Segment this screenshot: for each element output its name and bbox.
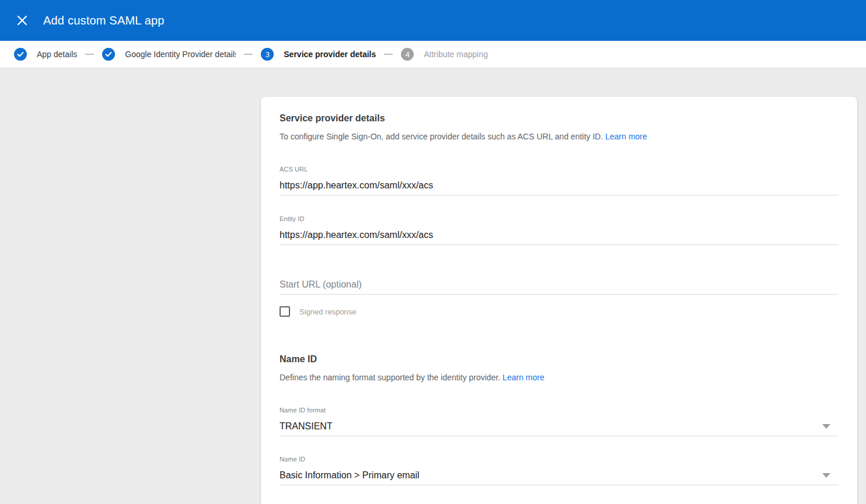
dropdown-arrow-icon: [822, 424, 830, 429]
step-label: App details: [37, 50, 77, 59]
signed-response-label: Signed response: [299, 307, 357, 316]
step-attribute-mapping[interactable]: 4 Attribute mapping: [401, 48, 488, 61]
entity-id-input[interactable]: https://app.heartex.com/saml/xxx/acs: [280, 229, 839, 245]
step-3-number-badge: 3: [261, 48, 274, 61]
name-id-select[interactable]: Name ID Basic Information > Primary emai…: [280, 456, 839, 485]
acs-url-label: ACS URL: [280, 166, 839, 173]
dialog-title: Add custom SAML app: [43, 14, 165, 27]
start-url-input[interactable]: Start URL (optional): [280, 279, 839, 295]
entity-id-label: Entity ID: [280, 215, 839, 222]
step-service-provider-details[interactable]: 3 Service provider details: [261, 48, 376, 61]
name-id-format-value-row[interactable]: TRANSIENT: [280, 421, 839, 436]
learn-more-link[interactable]: Learn more: [502, 373, 544, 382]
step-1-complete-badge: [14, 48, 27, 61]
signed-response-row[interactable]: Signed response: [280, 306, 839, 317]
step-app-details[interactable]: App details: [14, 48, 77, 61]
section-title: Service provider details: [280, 113, 839, 124]
step-connector: [244, 54, 253, 55]
name-id-format-select[interactable]: Name ID format TRANSIENT: [280, 407, 839, 436]
description-text: To configure Single Sign-On, add service…: [280, 132, 603, 141]
entity-id-value: https://app.heartex.com/saml/xxx/acs: [280, 229, 433, 240]
service-provider-details-card: Service provider details To configure Si…: [261, 97, 857, 504]
close-button[interactable]: [14, 12, 30, 29]
step-connector: [85, 54, 94, 55]
step-label: Attribute mapping: [424, 50, 488, 59]
step-4-number-badge: 4: [401, 48, 414, 61]
name-id-format-value: TRANSIENT: [280, 421, 333, 432]
step-number: 4: [406, 51, 410, 58]
signed-response-checkbox[interactable]: [280, 306, 290, 317]
start-url-placeholder: Start URL (optional): [280, 279, 362, 290]
dropdown-arrow-icon: [822, 473, 830, 478]
step-label: Service provider details: [284, 50, 376, 59]
entity-id-field: Entity ID https://app.heartex.com/saml/x…: [280, 215, 839, 245]
name-id-label: Name ID: [280, 456, 839, 463]
section-description: To configure Single Sign-On, add service…: [280, 132, 839, 141]
step-label: Google Identity Provider details: [125, 50, 236, 59]
acs-url-field: ACS URL https://app.heartex.com/saml/xxx…: [280, 166, 839, 195]
name-id-value: Basic Information > Primary email: [280, 470, 420, 481]
learn-more-link[interactable]: Learn more: [605, 132, 647, 141]
step-2-complete-badge: [102, 48, 115, 61]
name-id-section-description: Defines the naming format supported by t…: [280, 373, 839, 382]
dialog-header: Add custom SAML app: [0, 0, 866, 41]
step-google-idp-details[interactable]: Google Identity Provider details: [102, 48, 236, 61]
start-url-field: Start URL (optional): [280, 279, 839, 295]
step-number: 3: [266, 51, 270, 58]
content-area: Service provider details To configure Si…: [0, 68, 866, 504]
name-id-format-label: Name ID format: [280, 407, 839, 414]
name-id-section-title: Name ID: [280, 354, 839, 365]
stepper: App details Google Identity Provider det…: [0, 41, 866, 68]
acs-url-input[interactable]: https://app.heartex.com/saml/xxx/acs: [280, 180, 839, 195]
description-text: Defines the naming format supported by t…: [280, 373, 500, 382]
name-id-value-row[interactable]: Basic Information > Primary email: [280, 470, 839, 485]
check-icon: [105, 51, 112, 58]
close-icon: [17, 15, 27, 26]
step-connector: [384, 54, 393, 55]
acs-url-value: https://app.heartex.com/saml/xxx/acs: [280, 180, 433, 191]
check-icon: [17, 51, 24, 58]
add-custom-saml-app-dialog: Add custom SAML app App details: [0, 0, 866, 504]
